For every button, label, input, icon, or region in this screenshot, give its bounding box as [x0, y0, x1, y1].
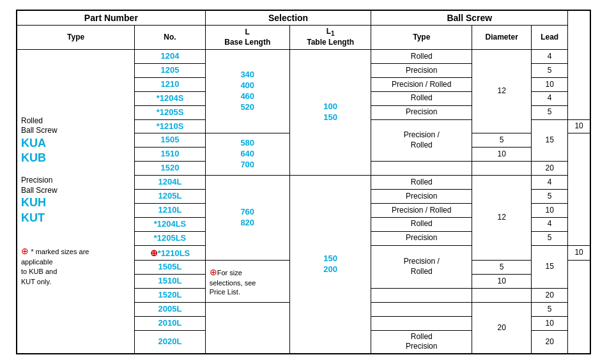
- lead-4-3: 4: [532, 176, 568, 190]
- part-no-1204l[interactable]: 1204L: [135, 176, 205, 190]
- bs-type-precision-1: Precision: [371, 63, 472, 77]
- part-no-2020l[interactable]: 2020L: [135, 330, 205, 354]
- bs-type-prec-rolled-group2: Precision /Rolled: [371, 245, 472, 289]
- bs-type-rolled-3: Rolled: [371, 176, 472, 190]
- lead-5-1: 5: [532, 63, 568, 77]
- part-no-1210[interactable]: 1210: [135, 77, 205, 91]
- part-no-1204s[interactable]: *1204S: [135, 91, 205, 105]
- lead-5-5: 5: [532, 231, 568, 245]
- lead-5-2: 5: [532, 105, 568, 119]
- part-no-1210l[interactable]: 1210L: [135, 203, 205, 217]
- diameter-empty-2: [472, 289, 532, 303]
- type-header: Type: [17, 26, 135, 50]
- bs-type-precision-2: Precision: [371, 105, 472, 119]
- bs-type-prec-rolled-1: Precision / Rolled: [371, 77, 472, 91]
- part-no-1520[interactable]: 1520: [135, 162, 205, 176]
- lead-20-3: 20: [532, 330, 568, 354]
- lead-10-3: 10: [472, 148, 532, 162]
- lead-10-2: 10: [568, 119, 590, 133]
- part-no-2010l[interactable]: 2010L: [135, 317, 205, 331]
- diameter-header: Diameter: [472, 26, 532, 50]
- bs-type-rolled-2: Rolled: [371, 91, 472, 105]
- bs-type-rolled: Rolled: [371, 50, 472, 64]
- bs-type-empty-2: [371, 289, 472, 303]
- bs-type-empty-4: [371, 317, 472, 331]
- part-no-1520l[interactable]: 1520L: [135, 289, 205, 303]
- diameter-empty-1: [472, 162, 532, 176]
- lead-5-3: 5: [472, 133, 532, 148]
- precision-ball-screw-label: PrecisionBall Screw: [21, 176, 58, 195]
- note-for-size: ⊕For sizeselections, seePrice List.: [205, 261, 289, 303]
- diameter-12-group1: 12: [472, 50, 532, 133]
- note-icon-3: ⊕: [210, 267, 217, 277]
- type-cell: RolledBall Screw KUA KUB PrecisionBall S…: [17, 50, 135, 354]
- main-table-container: Part Number Selection Ball Screw Type No…: [16, 10, 591, 354]
- part-no-1510[interactable]: 1510: [135, 148, 205, 162]
- part-no-1204[interactable]: 1204: [135, 50, 205, 64]
- part-no-1205l[interactable]: 1205L: [135, 189, 205, 203]
- lead-5-6: 5: [472, 261, 532, 275]
- base-length-group1: 340400460520: [205, 50, 289, 133]
- lead-10-6: 10: [472, 275, 532, 289]
- lead-10-1: 10: [532, 77, 568, 91]
- table-length-group2: 150200: [289, 176, 371, 354]
- bs-type-header: Type: [371, 26, 472, 50]
- part-no-1505l[interactable]: 1505L: [135, 261, 205, 275]
- bs-type-precision-4: Precision: [371, 231, 472, 245]
- bs-type-rolled-precision: RolledPrecision: [371, 330, 472, 354]
- note-icon-2: ⊕: [150, 248, 158, 258]
- part-no-1210ls[interactable]: ⊕*1210LS: [135, 245, 205, 261]
- lead-10-4: 10: [532, 203, 568, 217]
- base-length-group2: 580640700: [205, 133, 289, 176]
- part-number-header: Part Number: [17, 10, 205, 26]
- l1-table-header: L1Table Length: [289, 26, 371, 50]
- lead-5-4: 5: [532, 189, 568, 203]
- kuh-label: KUH: [21, 195, 130, 210]
- diameter-12-group2: 12: [472, 176, 532, 261]
- lead-4-2: 4: [532, 91, 568, 105]
- note-icon: ⊕: [21, 246, 29, 256]
- selection-header: Selection: [205, 10, 371, 26]
- kua-label: KUA: [21, 136, 130, 151]
- lead-10-5: 10: [568, 245, 590, 261]
- bs-type-precision-3: Precision: [371, 189, 472, 203]
- bs-type-prec-rolled-2: Precision / Rolled: [371, 203, 472, 217]
- lead-4-4: 4: [532, 217, 568, 231]
- kut-label: KUT: [21, 211, 130, 225]
- table-length-group1: 100150: [289, 50, 371, 176]
- lead-header: Lead: [532, 26, 568, 50]
- lead-5-7: 5: [532, 303, 568, 317]
- l-base-header: LBase Length: [205, 26, 289, 50]
- part-no-1510l[interactable]: 1510L: [135, 275, 205, 289]
- kub-label: KUB: [21, 151, 130, 165]
- diameter-15-group2: 15: [532, 245, 568, 289]
- lead-10-7: 10: [532, 317, 568, 331]
- lead-20-2: 20: [532, 289, 568, 303]
- base-length-group3: 760820: [205, 176, 289, 261]
- note-text: * marked sizes areapplicableto KUB andKU…: [21, 248, 89, 285]
- bs-type-rolled-4: Rolled: [371, 217, 472, 231]
- no-header: No.: [135, 26, 205, 50]
- bs-type-prec-rolled-group: Precision /Rolled: [371, 119, 472, 162]
- bs-type-empty-1: [371, 162, 472, 176]
- part-no-1205ls[interactable]: *1205LS: [135, 231, 205, 245]
- part-no-1204ls[interactable]: *1204LS: [135, 217, 205, 231]
- part-no-1210s[interactable]: *1210S: [135, 119, 205, 133]
- rolled-ball-screw-label: RolledBall Screw: [21, 116, 58, 135]
- ball-screw-header: Ball Screw: [371, 10, 568, 26]
- base-length-group4: [205, 303, 289, 354]
- diameter-15-group1: 15: [532, 119, 568, 162]
- diameter-20-group: 20: [472, 303, 532, 354]
- lead-20-1: 20: [532, 162, 568, 176]
- part-no-2005l[interactable]: 2005L: [135, 303, 205, 317]
- bs-type-empty-3: [371, 303, 472, 317]
- part-no-1205s[interactable]: *1205S: [135, 105, 205, 119]
- part-no-1505[interactable]: 1505: [135, 133, 205, 148]
- lead-4-1: 4: [532, 50, 568, 64]
- part-no-1205[interactable]: 1205: [135, 63, 205, 77]
